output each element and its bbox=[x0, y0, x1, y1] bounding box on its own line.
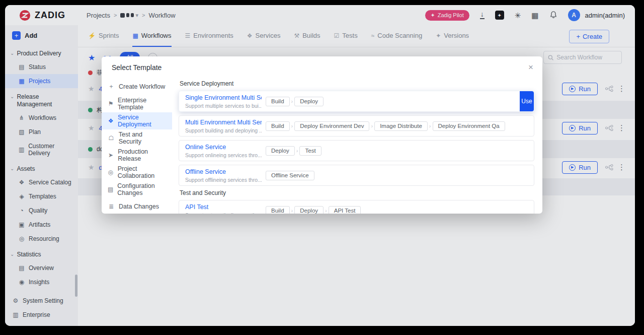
nav-label: Enterprise Template bbox=[118, 97, 166, 111]
stage-tags: Build › Deploy bbox=[266, 97, 324, 106]
template-info: Offline Service Support offlineing servi… bbox=[185, 168, 262, 183]
template-title[interactable]: Online Service bbox=[185, 144, 262, 151]
nav-production-release[interactable]: ➤ Production Release bbox=[102, 147, 172, 164]
nav-label: Data Changes bbox=[119, 203, 159, 210]
template-info: Single Environment Multi Servic... Suppo… bbox=[185, 94, 262, 109]
stage-tag: API Test bbox=[329, 206, 361, 214]
stage-tag: Test bbox=[299, 146, 321, 156]
nav-label: Service Deployment bbox=[118, 114, 166, 128]
chevron-icon: › bbox=[429, 123, 431, 129]
chevron-icon: › bbox=[371, 123, 373, 129]
nav-label: Configuration Changes bbox=[117, 182, 166, 196]
stage-tags: Build › Deploy Environment Dev › Image D… bbox=[266, 121, 505, 131]
stage-tag: Image Distribute bbox=[374, 121, 428, 131]
plus-icon: + bbox=[108, 83, 115, 90]
nav-data-changes[interactable]: ≣ Data Changes bbox=[102, 198, 172, 214]
stage-tag: Deploy Environment Dev bbox=[294, 121, 369, 131]
template-card-multi-env[interactable]: Multi Environment Multi Service ... Supp… bbox=[179, 115, 534, 137]
nav-label: Test and Security bbox=[119, 131, 166, 145]
nav-project-collaboration[interactable]: ◎ Project Collaboration bbox=[102, 164, 172, 181]
database-icon: ≣ bbox=[108, 203, 115, 210]
stage-tags: Deploy › Test bbox=[266, 146, 321, 156]
nav-configuration-changes[interactable]: ▤ Configuration Changes bbox=[102, 181, 172, 198]
stage-tag: Build bbox=[266, 206, 290, 214]
template-title[interactable]: Multi Environment Multi Service ... bbox=[185, 119, 262, 126]
nav-create-workflow[interactable]: + Create Workflow bbox=[102, 78, 172, 95]
enterprise-template-icon: ⚑ bbox=[108, 100, 114, 107]
nav-service-deployment[interactable]: ❖ Service Deployment bbox=[102, 112, 172, 129]
app-window: ZADIG Projects > ▾ > Workflow ✦ Zadig Pi… bbox=[5, 5, 635, 326]
nav-label: Production Release bbox=[118, 148, 166, 162]
stage-tag: Build bbox=[266, 121, 290, 131]
chevron-icon: › bbox=[291, 208, 293, 214]
template-card-single-env[interactable]: Single Environment Multi Servic... Suppo… bbox=[179, 91, 534, 112]
chevron-icon: › bbox=[325, 208, 327, 214]
stage-tag: Offline Service bbox=[266, 171, 314, 180]
template-desc: Support onlineing services thro... bbox=[185, 152, 262, 158]
nav-test-and-security[interactable]: ☖ Test and Security bbox=[102, 129, 172, 147]
template-category-nav: + Create Workflow ⚑ Enterprise Template … bbox=[102, 76, 172, 214]
section-heading: Service Deployment bbox=[180, 80, 534, 87]
template-title[interactable]: Offline Service bbox=[185, 168, 262, 175]
section-heading: Test and Security bbox=[180, 189, 534, 196]
template-info: Multi Environment Multi Service ... Supp… bbox=[185, 119, 262, 133]
collaboration-icon: ◎ bbox=[108, 169, 114, 176]
shield-icon: ☖ bbox=[108, 135, 115, 142]
stage-tags: Offline Service bbox=[266, 171, 314, 180]
stage-tag: Deploy bbox=[294, 97, 324, 106]
template-desc: Support automatically executing... bbox=[185, 212, 262, 214]
stage-tag: Deploy Environment Qa bbox=[433, 121, 505, 131]
template-list: Service Deployment Single Environment Mu… bbox=[172, 76, 542, 214]
rocket-icon: ➤ bbox=[108, 152, 114, 159]
template-card-offline-service[interactable]: Offline Service Support offlineing servi… bbox=[179, 165, 534, 186]
chevron-icon: › bbox=[291, 123, 293, 129]
config-doc-icon: ▤ bbox=[108, 186, 113, 193]
select-template-modal: Select Template × + Create Workflow ⚑ En… bbox=[102, 56, 542, 214]
modal-header: Select Template × bbox=[102, 56, 542, 76]
template-desc: Support offlineing services thro... bbox=[185, 177, 262, 183]
nav-enterprise-template[interactable]: ⚑ Enterprise Template bbox=[102, 95, 172, 112]
nav-label: Project Collaboration bbox=[118, 165, 166, 179]
modal-body: + Create Workflow ⚑ Enterprise Template … bbox=[102, 76, 542, 214]
stage-tag: Deploy bbox=[294, 206, 324, 214]
close-icon[interactable]: × bbox=[528, 63, 533, 72]
template-info: Online Service Support onlineing service… bbox=[185, 144, 262, 158]
template-info: API Test Support automatically executing… bbox=[185, 204, 262, 214]
modal-title: Select Template bbox=[112, 63, 162, 72]
stage-tag: Deploy bbox=[266, 146, 295, 156]
use-button[interactable]: Use bbox=[520, 91, 534, 111]
nav-label: Create Workflow bbox=[119, 83, 165, 90]
chevron-icon: › bbox=[296, 148, 298, 154]
template-title[interactable]: Single Environment Multi Servic... bbox=[185, 94, 262, 101]
chevron-icon: › bbox=[291, 98, 293, 104]
template-card-api-test[interactable]: API Test Support automatically executing… bbox=[179, 200, 534, 214]
template-desc: Support building and deploying ... bbox=[185, 127, 262, 133]
stage-tags: Build › Deploy › API Test bbox=[266, 206, 361, 214]
stage-tag: Build bbox=[266, 97, 290, 106]
template-title[interactable]: API Test bbox=[185, 204, 262, 211]
service-deployment-icon: ❖ bbox=[108, 117, 114, 124]
template-desc: Support multiple services to bui... bbox=[185, 103, 262, 109]
template-card-online-service[interactable]: Online Service Support onlineing service… bbox=[179, 140, 534, 161]
